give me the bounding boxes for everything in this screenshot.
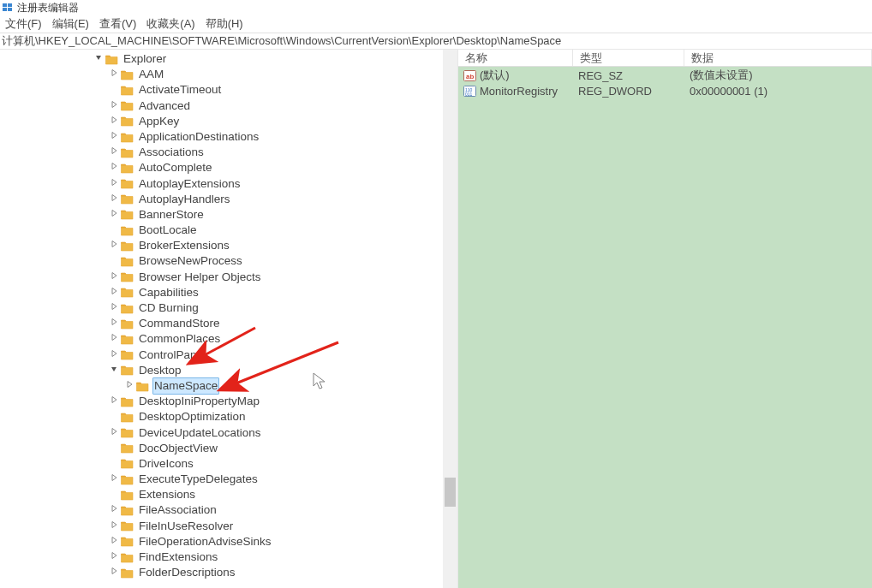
tree-item-capabilities[interactable]: Capabilities (0, 285, 443, 300)
menu-view[interactable]: 查看(V) (96, 16, 140, 32)
expand-toggle[interactable] (108, 145, 120, 160)
expand-toggle[interactable] (108, 129, 120, 145)
expand-toggle[interactable] (108, 534, 120, 549)
tree-item-bannerstore[interactable]: BannerStore (0, 207, 443, 223)
tree-item-bootlocale[interactable]: BootLocale (0, 223, 443, 238)
header-type[interactable]: 类型 (573, 50, 684, 66)
folder-icon (120, 256, 134, 268)
tree-item-commandstore[interactable]: CommandStore (0, 316, 443, 331)
tree-item-fileinuseresolver[interactable]: FileInUseResolver (0, 519, 443, 534)
expand-toggle[interactable] (108, 98, 120, 114)
tree-item-driveicons[interactable]: DriveIcons (0, 456, 443, 472)
tree-item-extensions[interactable]: Extensions (0, 487, 443, 502)
tree-item-folderdescriptions[interactable]: FolderDescriptions (0, 565, 443, 580)
tree-item-autocomplete[interactable]: AutoComplete (0, 160, 443, 175)
folder-icon (120, 536, 134, 548)
tree-item-fileassociation[interactable]: FileAssociation (0, 502, 443, 518)
tree-item-desktopoptimization[interactable]: DesktopOptimization (0, 409, 443, 425)
value-name: MonitorRegistry (480, 85, 558, 98)
folder-icon (120, 100, 134, 112)
menu-help[interactable]: 帮助(H) (202, 16, 247, 32)
tree-item-aam[interactable]: AAM (0, 67, 443, 82)
tree-item-applicationdestinations[interactable]: ApplicationDestinations (0, 129, 443, 145)
tree-item-label: Advanced (137, 98, 192, 114)
tree-item-advanced[interactable]: Advanced (0, 98, 443, 114)
folder-icon (120, 146, 134, 158)
tree-item-label: ApplicationDestinations (137, 129, 260, 145)
expand-toggle[interactable] (108, 192, 120, 207)
expand-toggle[interactable] (108, 331, 120, 347)
tree-item-label: Browser Helper Objects (137, 270, 263, 285)
value-row[interactable]: ab (默认)REG_SZ(数值未设置) (458, 68, 872, 84)
tree-item-label: FolderDescriptions (137, 565, 237, 580)
expand-toggle[interactable] (108, 502, 120, 518)
expand-toggle[interactable] (108, 394, 120, 409)
expand-toggle[interactable] (108, 160, 120, 175)
tree-item-cd-burning[interactable]: CD Burning (0, 300, 443, 316)
expand-toggle[interactable] (108, 549, 120, 565)
tree-item-explorer[interactable]: Explorer (0, 51, 443, 67)
folder-icon (120, 240, 134, 252)
tree-item-desktop[interactable]: Desktop (0, 363, 443, 378)
expand-toggle[interactable] (108, 114, 120, 129)
tree-item-label: FindExtensions (137, 549, 219, 565)
value-type: REG_SZ (573, 69, 684, 82)
tree-item-browser-helper-objects[interactable]: Browser Helper Objects (0, 270, 443, 285)
folder-icon (120, 131, 134, 143)
tree-item-autoplayextensions[interactable]: AutoplayExtensions (0, 176, 443, 192)
tree-item-docobjectview[interactable]: DocObjectView (0, 441, 443, 456)
tree-scrollbar[interactable] (443, 50, 457, 588)
tree-item-namespace[interactable]: NameSpace (0, 378, 443, 394)
tree-item-deviceupdatelocations[interactable]: DeviceUpdateLocations (0, 425, 443, 441)
expand-toggle[interactable] (108, 347, 120, 363)
tree-item-associations[interactable]: Associations (0, 145, 443, 160)
tree-item-controlpanel[interactable]: ControlPanel (0, 347, 443, 363)
tree-item-label: Extensions (137, 487, 197, 502)
tree-item-desktopinipropertymap[interactable]: DesktopIniPropertyMap (0, 394, 443, 409)
tree-item-appkey[interactable]: AppKey (0, 114, 443, 129)
tree-item-label: BrokerExtensions (137, 238, 231, 253)
tree-item-activatetimeout[interactable]: ActivateTimeout (0, 82, 443, 98)
tree-item-commonplaces[interactable]: CommonPlaces (0, 331, 443, 347)
tree-item-executetypedelegates[interactable]: ExecuteTypeDelegates (0, 472, 443, 487)
folder-icon (120, 271, 134, 283)
scrollbar-thumb[interactable] (445, 478, 456, 507)
value-type: REG_DWORD (573, 85, 684, 98)
registry-tree[interactable]: Explorer AAM ActivateTimeout Advanced Ap… (0, 50, 443, 580)
menu-fav[interactable]: 收藏夹(A) (143, 16, 198, 32)
app-icon (2, 2, 14, 14)
expand-toggle[interactable] (108, 472, 120, 487)
collapse-toggle[interactable] (93, 51, 105, 67)
expand-toggle[interactable] (108, 300, 120, 316)
expand-toggle[interactable] (108, 519, 120, 534)
folder-icon (135, 380, 149, 392)
tree-item-fileoperationadvisesinks[interactable]: FileOperationAdviseSinks (0, 534, 443, 549)
value-row[interactable]: 110 011 MonitorRegistryREG_DWORD0x000000… (458, 84, 872, 100)
tree-item-label: DeviceUpdateLocations (137, 425, 263, 441)
tree-item-label: NameSpace (152, 377, 219, 395)
menu-edit[interactable]: 编辑(E) (49, 16, 93, 32)
expand-toggle[interactable] (108, 425, 120, 441)
expand-toggle[interactable] (108, 238, 120, 253)
expand-toggle[interactable] (123, 378, 135, 394)
tree-item-autoplayhandlers[interactable]: AutoplayHandlers (0, 192, 443, 207)
tree-item-label: AAM (137, 67, 165, 82)
expand-toggle[interactable] (108, 316, 120, 331)
values-header: 名称 类型 数据 (458, 50, 872, 67)
expand-toggle[interactable] (108, 207, 120, 223)
tree-item-findextensions[interactable]: FindExtensions (0, 549, 443, 565)
header-name[interactable]: 名称 (458, 50, 573, 66)
collapse-toggle[interactable] (108, 363, 120, 378)
expand-toggle[interactable] (108, 67, 120, 82)
menu-file[interactable]: 文件(F) (2, 16, 45, 32)
tree-item-label: FileAssociation (137, 502, 218, 518)
tree-item-browsenewprocess[interactable]: BrowseNewProcess (0, 253, 443, 269)
expand-toggle[interactable] (108, 285, 120, 300)
tree-item-brokerextensions[interactable]: BrokerExtensions (0, 238, 443, 253)
header-data[interactable]: 数据 (684, 50, 872, 66)
expand-toggle[interactable] (108, 565, 120, 580)
expand-toggle[interactable] (108, 270, 120, 285)
values-body[interactable]: ab (默认)REG_SZ(数值未设置) 110 011 MonitorRegi… (458, 67, 872, 99)
expand-toggle[interactable] (108, 176, 120, 192)
address-bar[interactable]: 计算机\HKEY_LOCAL_MACHINE\SOFTWARE\Microsof… (0, 33, 872, 50)
